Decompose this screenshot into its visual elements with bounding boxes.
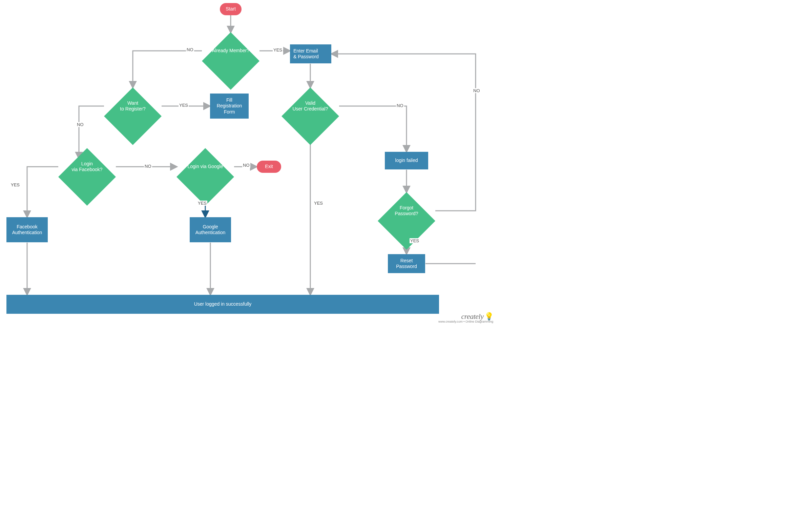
valid-credential-label: Valid User Credential? — [292, 100, 328, 112]
diamond-icon — [104, 87, 162, 145]
edge-label-already-member-yes: YES — [273, 47, 283, 53]
process-login-success: User logged in successfully — [6, 295, 439, 314]
process-facebook-auth: Facebook Authentication — [6, 217, 48, 242]
terminator-start: Start — [220, 3, 242, 15]
edge-label-login-google-yes: YES — [197, 201, 207, 206]
start-label: Start — [226, 6, 236, 12]
login-google-label: Login via Google — [187, 164, 223, 170]
reset-password-label: Reset Password — [396, 258, 417, 270]
decision-forgot-password: Forgot Password? — [378, 192, 435, 229]
process-enter-credentials: Enter Email & Password — [290, 44, 331, 63]
process-fill-registration: Fill Registration Form — [210, 94, 249, 119]
edge-label-forgot-yes: YES — [409, 238, 420, 243]
want-register-label: Want to Register? — [120, 100, 145, 112]
forgot-password-label: Forgot Password? — [395, 205, 418, 217]
brand-tagline: www.creately.com • Online Diagramming — [438, 320, 493, 323]
edge-label-login-fb-no: NO — [144, 164, 152, 169]
edge-label-login-fb-yes: YES — [10, 182, 20, 187]
svg-marker-5 — [176, 148, 234, 206]
decision-login-google: Login via Google — [176, 148, 234, 185]
edge-label-want-register-no: NO — [76, 122, 84, 127]
svg-marker-1 — [104, 87, 162, 145]
enter-credentials-label: Enter Email & Password — [293, 48, 319, 60]
google-auth-label: Google Authentication — [195, 224, 226, 236]
already-member-label: Already Member? — [212, 48, 250, 54]
diamond-icon — [202, 32, 260, 90]
diamond-icon — [378, 192, 435, 250]
edge-label-valid-cred-yes: YES — [313, 201, 323, 206]
exit-label: Exit — [265, 164, 273, 170]
svg-marker-4 — [58, 148, 116, 206]
diamond-icon — [58, 148, 116, 206]
process-google-auth: Google Authentication — [190, 217, 231, 242]
brand-name: creately — [461, 312, 483, 320]
decision-valid-credential: Valid User Credential? — [281, 87, 339, 125]
process-login-failed: login failed — [385, 152, 428, 169]
login-facebook-label: Login via Facebook? — [72, 161, 102, 173]
decision-want-register: Want to Register? — [104, 87, 162, 125]
edge-label-login-google-no: NO — [242, 163, 250, 168]
diamond-icon — [281, 87, 339, 145]
svg-marker-3 — [378, 192, 435, 250]
fill-registration-label: Fill Registration Form — [217, 97, 242, 115]
terminator-exit: Exit — [257, 161, 281, 173]
svg-marker-0 — [202, 32, 260, 90]
process-reset-password: Reset Password — [388, 254, 425, 273]
edge-label-forgot-no: NO — [473, 88, 481, 93]
brand-badge: creately💡 www.creately.com • Online Diag… — [438, 313, 493, 323]
diamond-icon — [176, 148, 234, 206]
svg-marker-2 — [281, 87, 339, 145]
edge-label-want-register-yes: YES — [178, 103, 189, 108]
flowchart-canvas: Start Already Member? Enter Email & Pass… — [0, 0, 497, 325]
edge-label-already-member-no: NO — [186, 47, 194, 52]
facebook-auth-label: Facebook Authentication — [12, 224, 42, 236]
decision-already-member: Already Member? — [202, 32, 260, 70]
login-failed-label: login failed — [395, 158, 418, 164]
edge-label-valid-cred-no: NO — [396, 103, 404, 108]
lightbulb-icon: 💡 — [484, 312, 494, 320]
decision-login-facebook: Login via Facebook? — [58, 148, 116, 185]
login-success-label: User logged in successfully — [194, 301, 252, 307]
brand-logo: creately💡 — [438, 313, 493, 320]
